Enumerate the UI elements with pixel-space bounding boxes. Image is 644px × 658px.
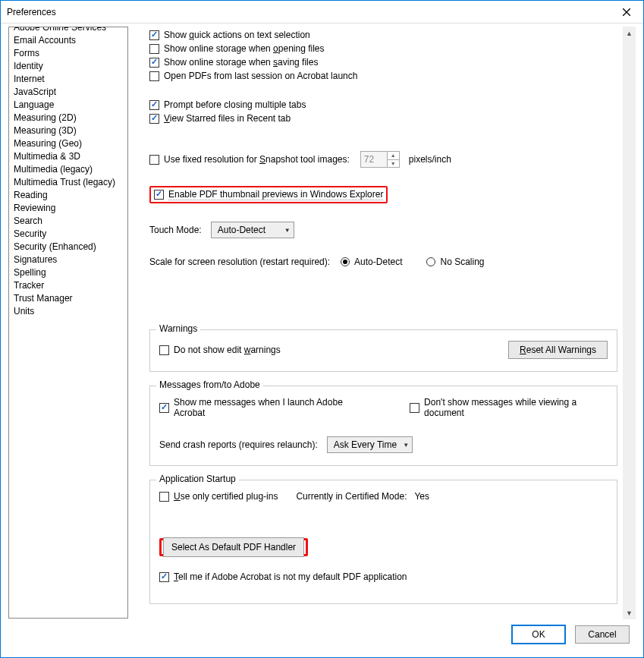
opt-prompt-close[interactable]: Prompt before closing multiple tabs: [149, 99, 617, 110]
checkbox-icon[interactable]: [149, 155, 159, 165]
startup-group: Application Startup Use only certified p…: [149, 480, 617, 604]
touch-mode-select[interactable]: Auto-Detect ▼: [211, 222, 294, 238]
checkbox-icon[interactable]: [410, 403, 419, 413]
chevron-up-icon[interactable]: ▲: [388, 152, 399, 160]
close-icon: [623, 8, 630, 16]
close-button[interactable]: [610, 1, 643, 24]
radio-auto-detect[interactable]: [341, 257, 350, 266]
category-sidebar[interactable]: Adobe Online Services Email Accounts For…: [8, 27, 128, 619]
sidebar-item[interactable]: Spelling: [9, 266, 127, 279]
settings-content: ▲ ▼ Show quick actions on text selection…: [134, 27, 636, 619]
sidebar-item[interactable]: Search: [9, 215, 127, 228]
sidebar-item[interactable]: Signatures: [9, 253, 127, 266]
sidebar-item[interactable]: Multimedia Trust (legacy): [9, 176, 127, 189]
checkbox-icon[interactable]: [149, 114, 159, 124]
vertical-scrollbar[interactable]: ▲ ▼: [623, 27, 636, 619]
cancel-button[interactable]: Cancel: [575, 625, 630, 644]
opt-tell-default[interactable]: Tell me if Adobe Acrobat is not my defau…: [159, 571, 608, 582]
opt-thumbnail-previews[interactable]: Enable PDF thumbnail previews in Windows…: [168, 189, 383, 200]
touch-mode-label: Touch Mode:: [149, 225, 202, 235]
scale-label: Scale for screen resolution (restart req…: [149, 257, 330, 267]
group-title: Warnings: [156, 323, 200, 334]
touch-mode-row: Touch Mode: Auto-Detect ▼: [149, 222, 617, 238]
chevron-down-icon: ▼: [403, 442, 409, 449]
crash-reports-select[interactable]: Ask Every Time ▼: [327, 436, 413, 453]
group-title: Application Startup: [156, 474, 239, 484]
scroll-down-icon[interactable]: ▼: [623, 606, 636, 619]
sidebar-item[interactable]: Reading: [9, 189, 127, 202]
opt-view-starred[interactable]: View Starred files in Recent tab: [149, 113, 617, 124]
group-title: Messages from/to Adobe: [156, 379, 263, 390]
opt-save-storage[interactable]: Show online storage when saving files: [149, 57, 617, 68]
sidebar-item[interactable]: Multimedia & 3D: [9, 150, 127, 163]
sidebar-item[interactable]: Measuring (3D): [9, 124, 127, 137]
ok-button[interactable]: OK: [511, 625, 566, 644]
sidebar-item[interactable]: Tracker: [9, 279, 127, 292]
messages-group: Messages from/to Adobe Show me messages …: [149, 386, 617, 466]
sidebar-item[interactable]: Email Accounts: [9, 34, 127, 47]
cert-mode-label: Currently in Certified Mode:: [296, 491, 407, 502]
checkbox-icon[interactable]: [149, 71, 159, 81]
sidebar-item[interactable]: Security (Enhanced): [9, 241, 127, 253]
reset-warnings-button[interactable]: Reset All Warnings: [508, 341, 608, 359]
preferences-window: Preferences Adobe Online Services Email …: [0, 0, 644, 658]
crash-label: Send crash reports (requires relaunch):: [159, 439, 318, 450]
titlebar: Preferences: [1, 1, 643, 24]
opt-snapshot-resolution[interactable]: Use fixed resolution for Snapshot tool i…: [149, 151, 617, 168]
select-default-handler-button[interactable]: Select As Default PDF Handler: [163, 537, 304, 557]
default-handler-highlight: Select As Default PDF Handler: [159, 538, 308, 556]
sidebar-item[interactable]: Language: [9, 99, 127, 112]
checkbox-icon[interactable]: [149, 100, 159, 110]
sidebar-item[interactable]: Multimedia (legacy): [9, 163, 127, 176]
opt-show-launch-msgs[interactable]: Show me messages when I launch Adobe Acr…: [159, 397, 364, 418]
sidebar-item[interactable]: Adobe Online Services: [9, 27, 127, 34]
opt-open-storage[interactable]: Show online storage when opening files: [149, 43, 617, 54]
dialog-footer: OK Cancel: [1, 619, 643, 657]
opt-thumbnail-previews-highlight: Enable PDF thumbnail previews in Windows…: [149, 186, 388, 203]
snapshot-value-input[interactable]: 72: [360, 151, 388, 168]
scale-row: Scale for screen resolution (restart req…: [149, 257, 617, 267]
sidebar-item[interactable]: Internet: [9, 73, 127, 86]
checkbox-icon[interactable]: [149, 44, 159, 54]
checkbox-icon[interactable]: [159, 345, 169, 355]
sidebar-item[interactable]: Measuring (2D): [9, 112, 127, 124]
checkbox-icon[interactable]: [154, 190, 164, 200]
sidebar-item[interactable]: Identity: [9, 60, 127, 73]
opt-dont-show-viewing[interactable]: Don't show messages while viewing a docu…: [410, 397, 608, 418]
dialog-body: Adobe Online Services Email Accounts For…: [1, 24, 643, 619]
sidebar-item[interactable]: Forms: [9, 47, 127, 60]
cert-mode-value: Yes: [414, 491, 429, 502]
opt-certified-plugins[interactable]: Use only certified plug-ins: [159, 491, 278, 502]
snapshot-units: pixels/inch: [409, 154, 451, 165]
warnings-group: Warnings Do not show edit warnings Reset…: [149, 329, 617, 372]
opt-open-last[interactable]: Open PDFs from last session on Acrobat l…: [149, 71, 617, 81]
checkbox-icon[interactable]: [159, 492, 169, 502]
sidebar-item[interactable]: Security: [9, 228, 127, 241]
sidebar-item[interactable]: Units: [9, 305, 127, 318]
sidebar-item[interactable]: Measuring (Geo): [9, 137, 127, 150]
scroll-up-icon[interactable]: ▲: [623, 27, 636, 39]
chevron-down-icon[interactable]: ▼: [388, 160, 399, 168]
sidebar-item[interactable]: Reviewing: [9, 202, 127, 215]
sidebar-item[interactable]: JavaScript: [9, 86, 127, 99]
checkbox-icon[interactable]: [159, 572, 169, 582]
chevron-down-icon: ▼: [284, 227, 291, 234]
window-title: Preferences: [7, 7, 56, 17]
checkbox-icon[interactable]: [159, 403, 169, 413]
checkbox-icon[interactable]: [149, 30, 159, 40]
radio-no-scaling[interactable]: [426, 257, 435, 266]
opt-dont-show-warnings[interactable]: Do not show edit warnings: [159, 345, 281, 355]
checkbox-icon[interactable]: [149, 58, 159, 68]
opt-quick-actions[interactable]: Show quick actions on text selection: [149, 30, 617, 40]
snapshot-stepper[interactable]: ▲▼: [388, 151, 400, 168]
sidebar-item[interactable]: Trust Manager: [9, 292, 127, 305]
